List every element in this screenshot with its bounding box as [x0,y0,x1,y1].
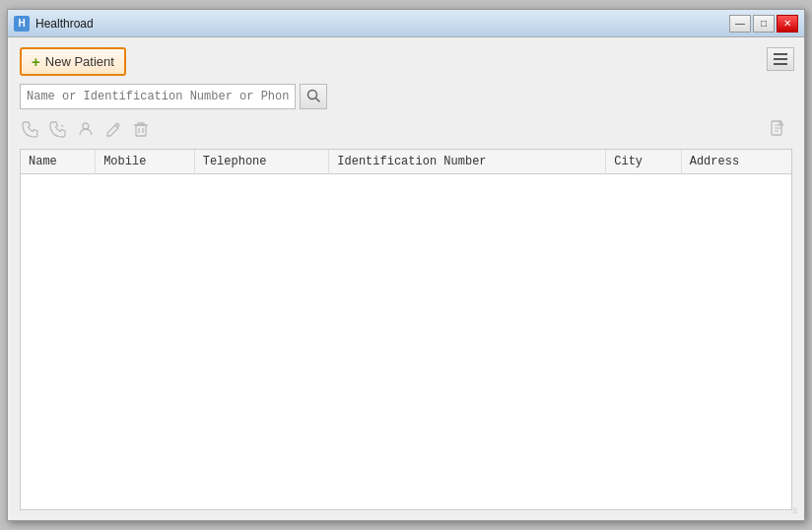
minimize-button[interactable]: — [729,15,751,33]
svg-point-2 [83,123,89,129]
phone-icon-2[interactable] [47,118,69,140]
search-input[interactable] [20,84,296,109]
search-button[interactable] [300,84,327,109]
col-identification: Identification Number [329,150,606,174]
toolbar-icons-row [20,117,792,141]
col-address: Address [681,150,791,174]
new-patient-button[interactable]: + New Patient [20,47,126,76]
col-city: City [606,150,681,174]
title-bar-left: H Healthroad [14,16,94,32]
menu-button[interactable] [767,47,794,71]
edit-icon[interactable] [102,118,124,140]
col-mobile: Mobile [96,150,195,174]
document-icon[interactable] [767,118,788,140]
svg-rect-3 [136,125,146,136]
title-bar: H Healthroad — □ ✕ [8,10,804,37]
menu-line-3 [774,63,787,65]
phone-icon-1[interactable] [20,118,41,140]
resize-handle[interactable]: ⠿ [792,508,802,518]
app-icon: H [14,16,30,32]
svg-line-1 [316,98,320,101]
maximize-button[interactable]: □ [753,15,775,33]
new-patient-label: New Patient [45,54,114,69]
person-icon[interactable] [75,118,97,140]
search-icon [306,89,320,105]
patients-table-container: Name Mobile Telephone Identification Num… [20,149,792,510]
menu-line-2 [774,58,787,60]
main-window: H Healthroad — □ ✕ + New Patient [7,9,805,521]
table-header-row: Name Mobile Telephone Identification Num… [21,150,791,174]
window-title: Healthroad [35,17,94,31]
col-name: Name [21,150,96,174]
delete-icon[interactable] [130,118,152,140]
close-button[interactable]: ✕ [777,15,798,33]
col-telephone: Telephone [194,150,329,174]
search-row [20,84,792,109]
plus-icon: + [32,54,40,69]
window-controls: — □ ✕ [729,15,798,33]
menu-line-1 [774,53,787,55]
patients-table: Name Mobile Telephone Identification Num… [21,150,791,174]
content-area: + New Patient [8,37,804,520]
